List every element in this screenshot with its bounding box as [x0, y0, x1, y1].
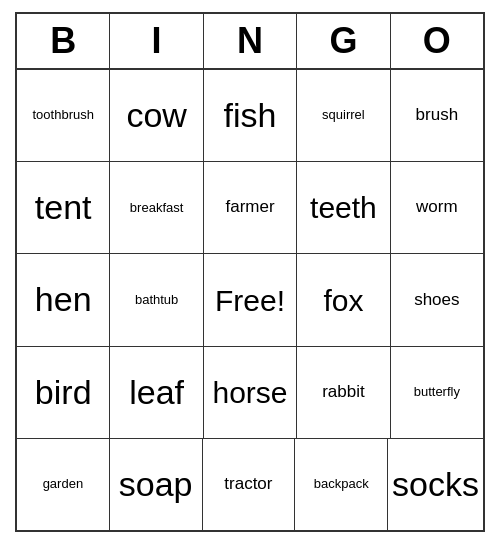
- bingo-cell-3-3: rabbit: [297, 347, 390, 438]
- header-letter-B: B: [17, 14, 110, 68]
- cell-text-0-2: fish: [224, 97, 277, 134]
- cell-text-2-4: shoes: [414, 291, 459, 310]
- bingo-cell-0-4: brush: [391, 70, 483, 161]
- cell-text-0-4: brush: [416, 106, 459, 125]
- bingo-row-2: henbathtubFree!foxshoes: [17, 254, 483, 346]
- bingo-cell-0-3: squirrel: [297, 70, 390, 161]
- header-letter-I: I: [110, 14, 203, 68]
- bingo-cell-1-3: teeth: [297, 162, 390, 253]
- cell-text-4-3: backpack: [314, 477, 369, 491]
- bingo-cell-2-1: bathtub: [110, 254, 203, 345]
- cell-text-3-0: bird: [35, 374, 92, 411]
- header-letter-G: G: [297, 14, 390, 68]
- bingo-cell-4-3: backpack: [295, 439, 388, 530]
- bingo-cell-3-1: leaf: [110, 347, 203, 438]
- cell-text-4-0: garden: [43, 477, 83, 491]
- cell-text-1-3: teeth: [310, 191, 377, 224]
- header-letter-O: O: [391, 14, 483, 68]
- cell-text-2-2: Free!: [215, 284, 285, 317]
- bingo-row-0: toothbrushcowfishsquirrelbrush: [17, 70, 483, 162]
- bingo-cell-0-1: cow: [110, 70, 203, 161]
- bingo-cell-0-0: toothbrush: [17, 70, 110, 161]
- cell-text-4-4: socks: [392, 466, 479, 503]
- bingo-cell-3-4: butterfly: [391, 347, 483, 438]
- bingo-cell-2-3: fox: [297, 254, 390, 345]
- bingo-cell-1-4: worm: [391, 162, 483, 253]
- bingo-row-1: tentbreakfastfarmerteethworm: [17, 162, 483, 254]
- header-letter-N: N: [204, 14, 297, 68]
- cell-text-4-2: tractor: [224, 475, 272, 494]
- cell-text-3-2: horse: [212, 376, 287, 409]
- bingo-cell-4-2: tractor: [203, 439, 296, 530]
- cell-text-0-3: squirrel: [322, 108, 365, 122]
- cell-text-4-1: soap: [119, 466, 193, 503]
- cell-text-0-0: toothbrush: [32, 108, 93, 122]
- bingo-cell-4-1: soap: [110, 439, 203, 530]
- bingo-row-3: birdleafhorserabbitbutterfly: [17, 347, 483, 439]
- bingo-cell-2-0: hen: [17, 254, 110, 345]
- cell-text-3-3: rabbit: [322, 383, 365, 402]
- cell-text-2-0: hen: [35, 281, 92, 318]
- cell-text-3-1: leaf: [129, 374, 184, 411]
- cell-text-1-1: breakfast: [130, 201, 183, 215]
- cell-text-1-2: farmer: [225, 198, 274, 217]
- bingo-header: BINGO: [17, 14, 483, 70]
- bingo-cell-1-0: tent: [17, 162, 110, 253]
- cell-text-0-1: cow: [126, 97, 186, 134]
- cell-text-2-1: bathtub: [135, 293, 178, 307]
- bingo-cell-3-2: horse: [204, 347, 297, 438]
- bingo-cell-3-0: bird: [17, 347, 110, 438]
- bingo-cell-0-2: fish: [204, 70, 297, 161]
- cell-text-1-4: worm: [416, 198, 458, 217]
- bingo-card: BINGO toothbrushcowfishsquirrelbrushtent…: [15, 12, 485, 532]
- bingo-cell-4-0: garden: [17, 439, 110, 530]
- bingo-cell-2-4: shoes: [391, 254, 483, 345]
- bingo-cell-1-2: farmer: [204, 162, 297, 253]
- cell-text-1-0: tent: [35, 189, 92, 226]
- cell-text-3-4: butterfly: [414, 385, 460, 399]
- bingo-cell-4-4: socks: [388, 439, 483, 530]
- bingo-body: toothbrushcowfishsquirrelbrushtentbreakf…: [17, 70, 483, 530]
- bingo-cell-1-1: breakfast: [110, 162, 203, 253]
- bingo-cell-2-2: Free!: [204, 254, 297, 345]
- cell-text-2-3: fox: [323, 284, 363, 317]
- bingo-row-4: gardensoaptractorbackpacksocks: [17, 439, 483, 530]
